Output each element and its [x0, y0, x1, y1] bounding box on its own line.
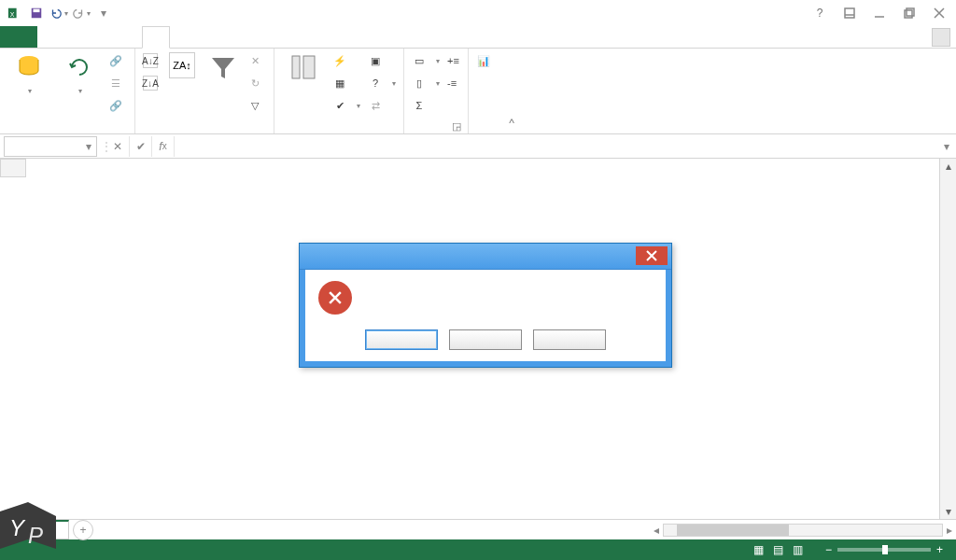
status-bar: ▦ ▤ ▥ − +	[0, 539, 956, 560]
error-icon	[318, 281, 352, 315]
zoom-out-button[interactable]: −	[825, 543, 832, 556]
help-button[interactable]	[533, 329, 606, 350]
ribbon-display-options[interactable]	[838, 4, 861, 22]
restore-button[interactable]	[898, 4, 921, 22]
advanced-icon: ▽	[247, 98, 262, 113]
tab-page-layout[interactable]	[90, 26, 116, 48]
tab-review[interactable]	[170, 26, 196, 48]
tab-view[interactable]	[196, 26, 222, 48]
view-page-break-icon[interactable]: ▥	[793, 543, 803, 556]
data-validation-button[interactable]: ✔	[330, 95, 362, 116]
text-to-columns-button[interactable]	[280, 50, 327, 84]
svg-rect-9	[303, 56, 315, 78]
title-bar: X ▾ ?	[0, 0, 956, 26]
flash-fill-button[interactable]: ⚡	[330, 50, 362, 71]
zoom-in-button[interactable]: +	[936, 543, 943, 556]
get-external-data-button[interactable]	[6, 50, 52, 96]
row-headers	[0, 177, 26, 519]
sheet-tab-sheet1[interactable]	[37, 520, 69, 539]
reapply-button[interactable]: ↻	[246, 73, 268, 93]
sort-button[interactable]: ZA↕	[163, 50, 201, 80]
help-button[interactable]: ?	[808, 4, 831, 22]
advanced-button[interactable]: ▽	[246, 95, 268, 116]
close-button[interactable]	[928, 4, 950, 22]
collapse-ribbon-button[interactable]: ^	[502, 49, 521, 133]
svg-rect-8	[292, 56, 300, 78]
cancel-button[interactable]	[449, 329, 522, 350]
group-label-sort-filter	[141, 130, 268, 133]
text-to-columns-icon	[288, 52, 318, 82]
svg-rect-4	[845, 8, 854, 18]
svg-rect-5	[905, 10, 912, 18]
database-icon	[14, 52, 44, 82]
sheet-nav-next[interactable]: ▸	[19, 524, 37, 537]
reapply-icon: ↻	[247, 76, 262, 91]
name-box-dropdown-icon[interactable]: ▾	[81, 140, 96, 153]
sort-desc-button[interactable]: Z↓A	[141, 73, 160, 93]
whatif-button[interactable]: ?	[366, 73, 398, 93]
zoom-slider[interactable]	[837, 548, 931, 552]
data-analysis-button[interactable]: 📊	[474, 50, 497, 71]
clear-button[interactable]: ✕	[246, 50, 268, 71]
tab-insert[interactable]	[63, 26, 90, 48]
tab-file[interactable]	[0, 26, 37, 48]
window-controls: ?	[808, 4, 956, 22]
scroll-down-icon[interactable]: ▾	[940, 504, 956, 519]
properties-button[interactable]: ☰	[106, 73, 129, 93]
view-normal-icon[interactable]: ▦	[753, 543, 764, 556]
tab-formulas[interactable]	[116, 26, 142, 48]
sign-in[interactable]	[926, 26, 956, 48]
expand-formula-bar-button[interactable]: ▾	[937, 140, 956, 153]
formula-bar[interactable]	[174, 136, 937, 157]
qat-customize-button[interactable]: ▾	[93, 3, 114, 23]
filter-button[interactable]	[204, 50, 242, 84]
relationships-button[interactable]: ⇄	[366, 95, 398, 116]
subtotal-button[interactable]: Σ	[410, 95, 442, 116]
group-data-tools: ⚡ ▦ ✔ ▣ ? ⇄	[274, 49, 404, 133]
group-label-outline: ◲	[410, 130, 462, 133]
dialog-close-button[interactable]	[636, 246, 668, 265]
error-dialog	[299, 243, 672, 368]
sort-icon: ZA↕	[169, 52, 195, 78]
refresh-icon	[64, 52, 94, 82]
dialog-titlebar[interactable]	[300, 244, 671, 270]
retry-button[interactable]	[365, 329, 438, 350]
ungroup-button[interactable]: ▯	[410, 73, 442, 93]
redo-button[interactable]	[71, 3, 91, 23]
fx-button[interactable]: fx	[151, 136, 174, 157]
consolidate-button[interactable]: ▣	[366, 50, 398, 71]
sheet-tab-bar: ◂ ▸ + ◂ ▸	[0, 519, 956, 539]
refresh-all-button[interactable]	[56, 50, 103, 96]
consolidate-icon: ▣	[368, 53, 383, 68]
group-icon: ▭	[412, 53, 427, 68]
edit-links-button[interactable]: 🔗	[106, 95, 129, 116]
vertical-scrollbar[interactable]: ▴ ▾	[939, 159, 956, 519]
enter-entry-button[interactable]: ✔	[129, 136, 151, 157]
ribbon-tabs	[0, 26, 956, 49]
select-all-corner[interactable]	[0, 159, 26, 177]
tab-home[interactable]	[37, 26, 63, 48]
connections-button[interactable]: 🔗	[106, 50, 129, 71]
get-external-data-label	[26, 84, 32, 96]
minimize-button[interactable]	[868, 4, 891, 22]
data-validation-icon: ✔	[332, 98, 347, 113]
horizontal-scrollbar[interactable]: ◂ ▸	[112, 524, 956, 537]
scroll-up-icon[interactable]: ▴	[940, 159, 956, 174]
view-page-layout-icon[interactable]: ▤	[773, 543, 783, 556]
remove-duplicates-button[interactable]: ▦	[330, 73, 362, 93]
undo-button[interactable]	[49, 3, 69, 23]
sort-desc-icon: Z↓A	[143, 76, 158, 91]
cancel-entry-button[interactable]: ✕	[106, 136, 129, 157]
sort-asc-button[interactable]: A↓Z	[141, 50, 160, 71]
sheet-nav-prev[interactable]: ◂	[0, 524, 19, 537]
hide-detail-button[interactable]: -≡	[445, 73, 462, 93]
name-box[interactable]: ▾	[4, 136, 97, 157]
new-sheet-button[interactable]: +	[73, 520, 93, 540]
group-button[interactable]: ▭	[410, 50, 442, 71]
show-detail-button[interactable]: +≡	[445, 50, 462, 71]
save-button[interactable]	[26, 3, 47, 23]
clear-icon: ✕	[247, 53, 262, 68]
outline-launcher-icon[interactable]: ◲	[451, 120, 462, 132]
tab-data[interactable]	[142, 26, 170, 49]
connections-icon: 🔗	[108, 53, 123, 68]
